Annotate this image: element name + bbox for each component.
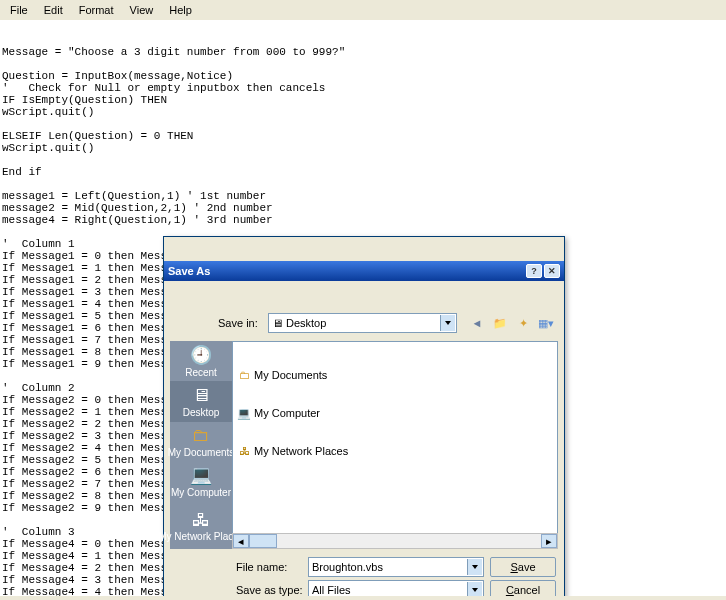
save-as-type-value: All Files [312, 584, 351, 596]
help-button[interactable]: ? [526, 264, 542, 278]
folder-icon [189, 424, 213, 446]
list-item[interactable]: My Network Places [235, 444, 555, 458]
place-desktop[interactable]: Desktop [170, 381, 232, 421]
text-editor[interactable]: Message = "Choose a 3 digit number from … [0, 20, 726, 596]
menu-file[interactable]: File [4, 2, 34, 18]
save-as-type-label: Save as type: [236, 584, 302, 596]
dialog-titlebar[interactable]: Save As ? ✕ [164, 261, 564, 281]
file-name-input[interactable]: Broughton.vbs [308, 557, 484, 577]
scroll-left-icon[interactable]: ◂ [233, 534, 249, 548]
place-my-computer[interactable]: My Computer [170, 462, 232, 502]
recent-icon: 🕘 [189, 344, 213, 366]
file-name: My Computer [254, 407, 320, 419]
place-label: My Computer [171, 487, 231, 499]
horizontal-scrollbar[interactable]: ◂ ▸ [232, 533, 558, 549]
places-bar: 🕘 Recent Desktop My Documents My Compute… [170, 341, 232, 549]
chevron-down-icon[interactable] [467, 559, 482, 575]
save-as-dialog: Save As ? ✕ Save in: Desktop ◄ 📁 ✦ ▦▾ [163, 236, 565, 596]
scroll-track[interactable] [277, 534, 541, 548]
dialog-title: Save As [168, 265, 524, 277]
list-item[interactable]: My Computer [235, 406, 555, 420]
network-icon [237, 445, 251, 457]
computer-icon [237, 407, 251, 419]
place-label: My Documents [168, 447, 235, 459]
file-name: My Network Places [254, 445, 348, 457]
scroll-thumb[interactable] [249, 534, 277, 548]
up-one-level-icon[interactable]: 📁 [490, 313, 510, 333]
list-item[interactable]: My Documents [235, 368, 555, 382]
place-label: My Network Places [158, 532, 244, 542]
place-my-network-places[interactable]: My Network Places [170, 502, 232, 549]
new-folder-icon[interactable]: ✦ [513, 313, 533, 333]
save-button[interactable]: Save [490, 557, 556, 577]
save-as-type-dropdown[interactable]: All Files [308, 580, 484, 596]
place-label: Desktop [183, 407, 220, 419]
file-name-label: File name: [236, 561, 302, 573]
computer-icon [189, 464, 213, 486]
menubar: File Edit Format View Help [0, 0, 726, 20]
file-name-value: Broughton.vbs [312, 561, 383, 573]
save-in-label: Save in: [218, 317, 262, 329]
menu-format[interactable]: Format [73, 2, 120, 18]
views-icon[interactable]: ▦▾ [536, 313, 556, 333]
file-name: My Documents [254, 369, 327, 381]
scroll-right-icon[interactable]: ▸ [541, 534, 557, 548]
desktop-icon [189, 384, 213, 406]
menu-help[interactable]: Help [163, 2, 198, 18]
close-button[interactable]: ✕ [544, 264, 560, 278]
back-icon[interactable]: ◄ [467, 313, 487, 333]
toolbar-icons: ◄ 📁 ✦ ▦▾ [467, 313, 556, 333]
menu-view[interactable]: View [124, 2, 160, 18]
desktop-icon [272, 317, 283, 329]
cancel-button[interactable]: Cancel [490, 580, 556, 596]
place-my-documents[interactable]: My Documents [170, 422, 232, 462]
chevron-down-icon[interactable] [467, 582, 482, 596]
file-list[interactable]: My Documents My Computer My Network Plac… [232, 341, 558, 534]
save-in-dropdown[interactable]: Desktop [268, 313, 457, 333]
folder-icon [237, 369, 251, 381]
place-label: Recent [185, 367, 217, 379]
network-icon [189, 509, 213, 531]
chevron-down-icon[interactable] [440, 315, 455, 331]
menu-edit[interactable]: Edit [38, 2, 69, 18]
save-in-value: Desktop [286, 317, 326, 329]
place-recent[interactable]: 🕘 Recent [170, 341, 232, 381]
